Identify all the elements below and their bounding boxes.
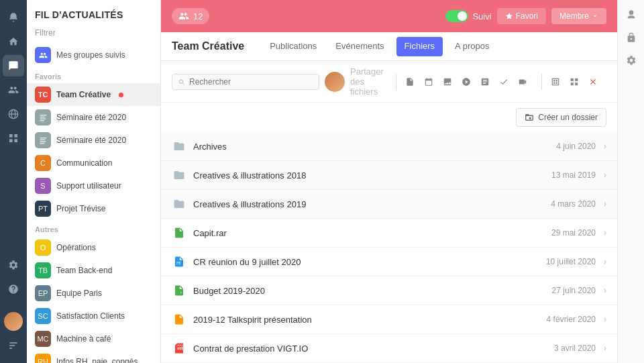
support-icon: S [35, 178, 51, 194]
others-label: Autres [27, 220, 160, 236]
sidebar-title: FIL D'ACTUALITÉS [27, 0, 160, 25]
sidebar: FIL D'ACTUALITÉS Filtrer Mes groupes sui… [27, 0, 161, 363]
sidebar-item-communication[interactable]: C Communication [27, 152, 160, 174]
team-backend-label: Team Back-end [56, 266, 112, 275]
sidebar-my-groups[interactable]: Mes groupes suivis [27, 43, 160, 67]
equipe-paris-label: Equipe Paris [56, 289, 102, 298]
right-profile-icon[interactable] [622, 5, 641, 24]
left-nav-bar [0, 0, 27, 363]
tab-publications[interactable]: Publications [260, 33, 326, 60]
seminaire-2-icon [35, 132, 51, 148]
svg-rect-12 [40, 139, 45, 140]
svg-rect-4 [14, 134, 17, 138]
share-placeholder[interactable]: Partager des fichiers [350, 66, 390, 97]
sidebar-item-team-creative[interactable]: TC Team Créative [27, 83, 160, 106]
settings-icon[interactable] [3, 254, 24, 276]
svg-rect-18 [575, 83, 578, 85]
right-settings-icon[interactable] [622, 51, 641, 70]
user-avatar-nav[interactable] [3, 311, 24, 332]
grid-icon[interactable] [3, 127, 24, 149]
my-groups-label: Mes groupes suivis [56, 50, 125, 60]
table-row[interactable]: Creatives & illustrations 2019 4 mars 20… [161, 190, 617, 219]
favori-button[interactable]: Favori [497, 8, 546, 24]
toolbar-table-icon[interactable] [547, 74, 564, 90]
membre-label: Membre [559, 11, 589, 21]
sidebar-item-operations[interactable]: O Opérations [27, 236, 160, 259]
toolbar-photo-icon[interactable] [458, 74, 474, 90]
table-row[interactable]: 2019-12 Talkspirit présentation 4 févrie… [161, 305, 617, 334]
create-folder-button[interactable]: Créer un dossier [516, 108, 606, 127]
search-box[interactable] [172, 74, 319, 90]
svg-rect-3 [9, 134, 13, 138]
svg-rect-11 [40, 138, 46, 138]
communication-label: Communication [56, 158, 112, 168]
search-icon [178, 78, 185, 86]
members-count: 12 [193, 11, 203, 21]
sidebar-item-team-backend[interactable]: TB Team Back-end [27, 259, 160, 282]
help-icon[interactable] [3, 278, 24, 300]
file-date: 13 mai 2019 [551, 170, 596, 180]
file-name: 2019-12 Talkspirit présentation [193, 315, 547, 325]
suivi-toggle-wrap: Suivi [445, 10, 491, 22]
chevron-icon: › [604, 199, 606, 209]
toolbar-doc-icon[interactable] [402, 74, 418, 90]
machine-cafe-icon: MC [35, 331, 51, 347]
file-date: 3 avril 2020 [554, 344, 596, 353]
tabs-nav: Publications Evénements Fichiers A propo… [260, 33, 606, 60]
suivi-toggle[interactable] [445, 10, 468, 22]
chevron-icon: › [604, 142, 606, 151]
sidebar-item-satisfaction[interactable]: SC Satisfaction Clients [27, 305, 160, 327]
sidebar-item-equipe-paris[interactable]: EP Equipe Paris [27, 282, 160, 305]
doc-icon [172, 254, 186, 269]
table-row[interactable]: Contrat de prestation VIGT.IO 3 avril 20… [161, 334, 617, 363]
toolbar-check-icon[interactable] [496, 74, 512, 90]
sliders-icon[interactable] [3, 335, 24, 356]
right-bar [617, 0, 644, 363]
right-lock-icon[interactable] [622, 28, 641, 47]
toolbar-grid-icon[interactable] [566, 74, 582, 90]
table-row[interactable]: Creatives & illustrations 2018 13 mai 20… [161, 161, 617, 190]
group-actions: Suivi Favori Membre [445, 8, 606, 24]
notification-dot [119, 93, 123, 97]
chevron-icon: › [604, 257, 606, 266]
table-row[interactable]: Archives 4 juin 2020 › [161, 132, 617, 161]
sidebar-item-seminaire-1[interactable]: Séminaire été 2020 [27, 106, 160, 129]
support-label: Support utilisateur [56, 181, 121, 191]
file-name: Creatives & illustrations 2018 [193, 170, 551, 180]
table-row[interactable]: CR réunion du 9 juillet 2020 10 juillet … [161, 248, 617, 276]
home-icon[interactable] [3, 31, 24, 52]
bell-icon[interactable] [3, 7, 24, 28]
search-input[interactable] [189, 77, 313, 87]
svg-rect-8 [40, 116, 45, 117]
sidebar-item-machine-cafe[interactable]: MC Machine à café [27, 327, 160, 350]
file-date: 27 juin 2020 [552, 286, 596, 295]
sidebar-filter[interactable]: Filtrer [27, 25, 160, 43]
membre-button[interactable]: Membre [551, 8, 606, 24]
messages-icon[interactable] [3, 55, 24, 76]
toolbar-chart-icon[interactable] [477, 74, 493, 90]
create-folder-row: Créer un dossier [161, 103, 617, 132]
ppt-icon [172, 312, 186, 327]
tab-fichiers[interactable]: Fichiers [396, 37, 443, 56]
sidebar-item-projet-trevise[interactable]: PT Projet Trévise [27, 197, 160, 220]
table-row[interactable]: Budget 2019-2020 27 juin 2020 › [161, 276, 617, 305]
toolbar-icons-group-2 [541, 74, 606, 90]
tab-evenements[interactable]: Evénements [326, 33, 393, 60]
svg-rect-6 [14, 139, 17, 142]
svg-rect-10 [40, 120, 44, 121]
sidebar-item-support[interactable]: S Support utilisateur [27, 174, 160, 197]
table-row[interactable]: Capit.rar 29 mai 2020 › [161, 219, 617, 248]
group-name-title: Team Créative [172, 32, 244, 60]
toolbar-close-icon[interactable] [585, 74, 601, 90]
people-icon[interactable] [3, 79, 24, 101]
sidebar-item-seminaire-2[interactable]: Séminaire été 2020 [27, 129, 160, 152]
sidebar-item-infos-rh[interactable]: RH Infos RH, paie, congés [27, 350, 160, 363]
toolbar-video-icon[interactable] [515, 74, 531, 90]
members-badge[interactable]: 12 [172, 8, 209, 24]
tab-apropos[interactable]: A propos [445, 33, 498, 60]
chevron-icon: › [604, 228, 606, 238]
toolbar-image-icon[interactable] [439, 74, 455, 90]
globe-icon[interactable] [3, 103, 24, 125]
seminaire-1-icon [35, 109, 51, 125]
toolbar-calendar-icon[interactable] [421, 74, 437, 90]
